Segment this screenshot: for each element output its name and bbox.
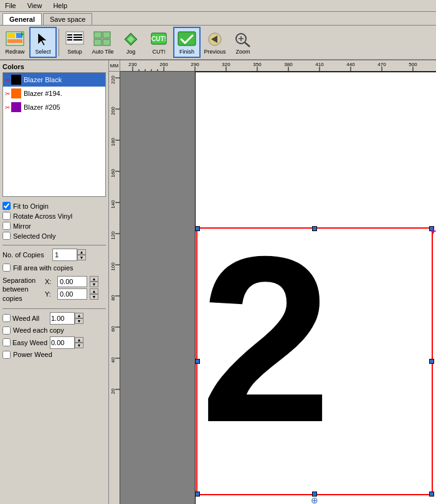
copies-input[interactable] [52, 249, 77, 261]
left-panel: Colors ✂ Blazer Black ✂ Blazer #194. ✂ B… [0, 60, 109, 504]
sep-y-down[interactable]: ▼ [90, 294, 98, 300]
divider-2 [2, 308, 106, 309]
color-item-purple[interactable]: ✂ Blazer #205 [3, 100, 105, 114]
separation-label: Separation between copies [2, 276, 40, 303]
fit-to-origin-checkbox[interactable] [2, 202, 11, 210]
svg-line-24 [245, 42, 250, 47]
svg-marker-4 [38, 33, 47, 45]
copies-label: No. of Copies [2, 251, 52, 259]
svg-text:120: 120 [110, 231, 116, 240]
canvas-content[interactable]: 2 ⊕ [120, 72, 436, 504]
weed-all-down[interactable]: ▼ [75, 318, 83, 324]
ruler-horizontal: 230 260 290 320 350 380 410 [120, 60, 436, 72]
redraw-icon [5, 31, 25, 48]
setup-icon [65, 31, 85, 48]
svg-rect-13 [103, 32, 110, 38]
svg-text:220: 220 [110, 75, 116, 84]
setup-button[interactable]: Setup [61, 27, 88, 58]
power-weed-row: Power Weed [2, 351, 106, 359]
weed-all-input[interactable] [50, 312, 75, 325]
jog-button[interactable]: Jog [117, 27, 145, 58]
previous-button[interactable]: Previous [201, 27, 229, 58]
tab-general[interactable]: General [2, 13, 42, 25]
select-button[interactable]: Select [29, 27, 57, 58]
select-label: Select [35, 49, 50, 55]
svg-text:380: 380 [284, 62, 293, 67]
selected-only-row: Selected Only [2, 232, 106, 240]
tab-save-space[interactable]: Save space [43, 13, 92, 25]
selected-only-checkbox[interactable] [2, 232, 11, 240]
redraw-label: Redraw [5, 49, 24, 55]
svg-rect-7 [67, 37, 72, 38]
easy-weed-spinner[interactable]: ▲ ▼ [75, 337, 83, 348]
svg-text:100: 100 [110, 262, 116, 271]
easy-weed-checkbox[interactable] [2, 338, 11, 346]
rotate-across-vinyl-checkbox[interactable] [2, 212, 11, 220]
weed-all-up[interactable]: ▲ [75, 313, 83, 318]
toolbar: Redraw Select Setup [0, 26, 436, 60]
sep-x-input[interactable] [57, 276, 87, 287]
cut-label: CUT! [153, 49, 166, 55]
select-icon [33, 31, 53, 48]
color-item-black[interactable]: ✂ Blazer Black [3, 73, 105, 87]
selected-only-label: Selected Only [13, 232, 55, 240]
rotate-across-vinyl-row: Rotate Across Vinyl [2, 212, 106, 220]
fit-to-origin-label: Fit to Origin [13, 202, 49, 210]
mirror-checkbox[interactable] [2, 222, 11, 230]
fill-area-checkbox[interactable] [2, 264, 11, 272]
menu-help[interactable]: Help [50, 1, 70, 10]
zoom-button[interactable]: Zoom [229, 27, 257, 58]
sep-y-spinner[interactable]: ▲ ▼ [90, 288, 98, 300]
sep-x-up[interactable]: ▲ [90, 276, 98, 282]
weed-each-row: Weed each copy [2, 326, 106, 335]
weed-each-checkbox[interactable] [2, 326, 11, 335]
sep-y-input[interactable] [57, 288, 87, 300]
scissors-icon-1: ✂ [5, 77, 10, 83]
svg-rect-15 [103, 39, 110, 45]
copies-row: No. of Copies ▲ ▼ [2, 249, 106, 261]
color-name-2: Blazer #194. [24, 90, 62, 97]
weed-all-label: Weed All [12, 315, 50, 322]
power-weed-checkbox[interactable] [2, 351, 11, 359]
scissors-icon-3: ✂ [5, 104, 10, 111]
svg-text:320: 320 [222, 62, 230, 67]
easy-weed-input[interactable] [50, 336, 75, 349]
weed-all-checkbox[interactable] [2, 314, 11, 322]
copies-spinner[interactable]: ▲ ▼ [77, 249, 86, 260]
redraw-button[interactable]: Redraw [1, 27, 29, 58]
menu-bar: File View Help [0, 0, 436, 12]
auto-tile-button[interactable]: Auto Tile [89, 27, 116, 58]
scissors-icon-2: ✂ [5, 90, 10, 97]
canvas-area: MM 230 260 290 320 350 [109, 60, 436, 504]
auto-tile-label: Auto Tile [92, 49, 113, 55]
weed-all-spinner[interactable]: ▲ ▼ [75, 313, 83, 324]
zoom-icon [233, 31, 253, 48]
easy-weed-down[interactable]: ▼ [75, 343, 83, 348]
cut-button[interactable]: CUT! CUT! [145, 27, 173, 58]
separation-xy: X: ▲ ▼ Y: ▲ ▼ [45, 276, 98, 300]
sep-x-down[interactable]: ▼ [90, 282, 98, 287]
color-item-orange[interactable]: ✂ Blazer #194. [3, 87, 105, 100]
color-list: ✂ Blazer Black ✂ Blazer #194. ✂ Blazer #… [2, 72, 106, 197]
auto-tile-icon [93, 31, 113, 48]
menu-file[interactable]: File [2, 1, 19, 10]
copies-up[interactable]: ▲ [77, 249, 86, 255]
svg-text:60: 60 [110, 326, 116, 331]
menu-view[interactable]: View [25, 1, 45, 10]
svg-text:140: 140 [110, 200, 116, 209]
svg-rect-6 [67, 34, 72, 36]
sep-x-spinner[interactable]: ▲ ▼ [90, 276, 98, 287]
finish-button[interactable]: Finish [173, 27, 201, 58]
finish-icon [177, 31, 197, 48]
fill-area-label: Fill area with copies [13, 264, 73, 272]
easy-weed-label: Easy Weed [12, 339, 50, 346]
design-number: 2 [200, 221, 331, 458]
svg-text:500: 500 [409, 62, 417, 67]
svg-text:20: 20 [110, 388, 116, 394]
ruler-h-svg: 230 260 290 320 350 380 410 [120, 60, 436, 72]
finish-label: Finish [179, 49, 194, 55]
sep-y-up[interactable]: ▲ [90, 288, 98, 294]
easy-weed-up[interactable]: ▲ [75, 337, 83, 343]
svg-text:200: 200 [110, 107, 116, 115]
copies-down[interactable]: ▼ [77, 255, 86, 260]
